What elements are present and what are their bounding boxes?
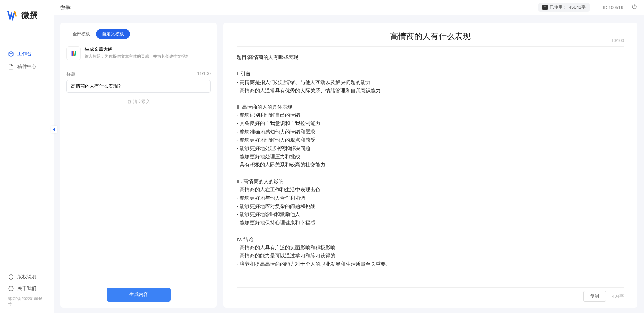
nav-item-workspace[interactable]: 工作台 — [0, 48, 54, 60]
top-bar: 微撰 T 已使用：45641字 ID:100519 — [54, 0, 644, 15]
svg-rect-1 — [72, 51, 73, 56]
output-title: 高情商的人有什么表现 — [237, 31, 624, 42]
nav-label: 工作台 — [17, 51, 32, 57]
trash-icon — [127, 99, 132, 104]
app-name: 微撰 — [60, 4, 71, 11]
user-id: ID:100519 — [603, 5, 623, 10]
clear-label: 清空录入 — [133, 99, 150, 105]
output-word-count: 404字 — [612, 293, 624, 299]
output-title-count: 10/100 — [611, 38, 624, 43]
text-icon: T — [542, 5, 548, 10]
books-icon — [70, 50, 77, 57]
power-icon — [631, 4, 637, 10]
tab-custom-templates[interactable]: 自定义模板 — [96, 29, 130, 39]
collapse-sidebar-button[interactable] — [51, 126, 57, 133]
clear-input-button[interactable]: 清空录入 — [66, 99, 211, 105]
shield-icon — [8, 274, 14, 280]
icp-text: 鄂ICP备2022016946号 — [0, 296, 54, 306]
generate-button[interactable]: 生成内容 — [107, 288, 171, 302]
output-body[interactable]: 题目:高情商的人有哪些表现 I. 引言 - 高情商是指人们处理情绪、与他人互动以… — [237, 47, 624, 287]
usage-value: 45641字 — [569, 4, 586, 10]
usage-pill[interactable]: T 已使用：45641字 — [538, 3, 590, 12]
template-icon — [66, 46, 81, 60]
svg-rect-3 — [74, 51, 76, 56]
cube-icon — [8, 51, 14, 57]
copy-button[interactable]: 复制 — [583, 291, 606, 302]
title-input[interactable] — [66, 80, 211, 93]
tab-all-templates[interactable]: 全部模板 — [66, 29, 96, 39]
chevron-left-icon — [52, 127, 56, 132]
template-desc: 输入标题，为你提供文章主体的灵感，并为其创建推文提纲 — [85, 54, 211, 59]
document-icon — [8, 64, 14, 70]
footer-label: 版权说明 — [17, 274, 36, 280]
logo-icon — [7, 9, 19, 21]
footer-label: 关于我们 — [17, 285, 36, 292]
title-char-count: 11/100 — [197, 71, 211, 77]
footer-copyright[interactable]: 版权说明 — [0, 271, 54, 283]
logo[interactable]: 微撰 — [0, 0, 54, 31]
svg-rect-2 — [73, 51, 74, 56]
title-label: 标题 — [66, 71, 75, 77]
input-panel: 全部模板 自定义模板 生成文章大纲 输入标题，为你提供文章主体的灵感，并为其创建… — [60, 23, 217, 308]
template-tabs: 全部模板 自定义模板 — [66, 29, 211, 39]
info-icon — [8, 285, 14, 292]
sidebar: 微撰 工作台 稿件中心 版权说明 关于我们 鄂ICP备2022016946号 — [0, 0, 54, 313]
template-title: 生成文章大纲 — [85, 46, 211, 52]
nav-item-drafts[interactable]: 稿件中心 — [0, 60, 54, 73]
template-card: 生成文章大纲 输入标题，为你提供文章主体的灵感，并为其创建推文提纲 — [66, 46, 211, 60]
output-panel: 高情商的人有什么表现 10/100 题目:高情商的人有哪些表现 I. 引言 - … — [223, 23, 637, 308]
logo-text: 微撰 — [21, 10, 38, 21]
footer-about[interactable]: 关于我们 — [0, 283, 54, 294]
usage-prefix: 已使用： — [550, 4, 567, 10]
nav-label: 稿件中心 — [17, 64, 36, 70]
power-button[interactable] — [631, 4, 637, 11]
